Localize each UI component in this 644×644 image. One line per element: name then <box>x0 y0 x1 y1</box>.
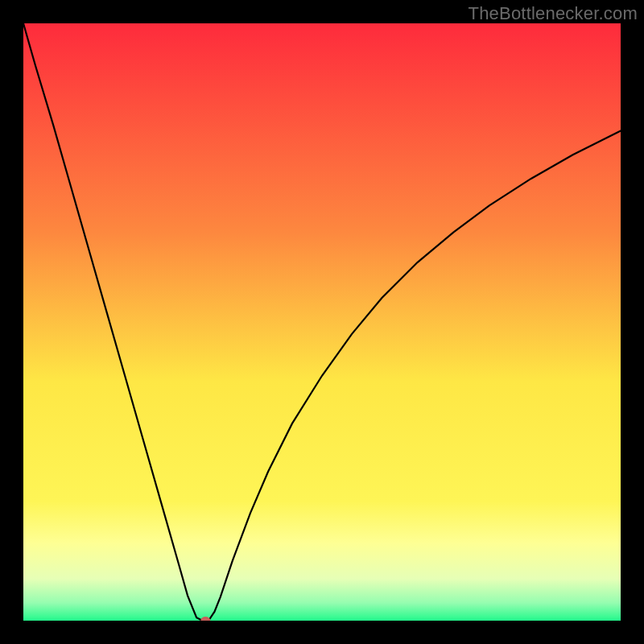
bottleneck-chart <box>23 23 621 621</box>
chart-frame <box>23 23 621 621</box>
chart-background <box>23 23 621 621</box>
watermark-text: TheBottlenecker.com <box>469 3 638 24</box>
